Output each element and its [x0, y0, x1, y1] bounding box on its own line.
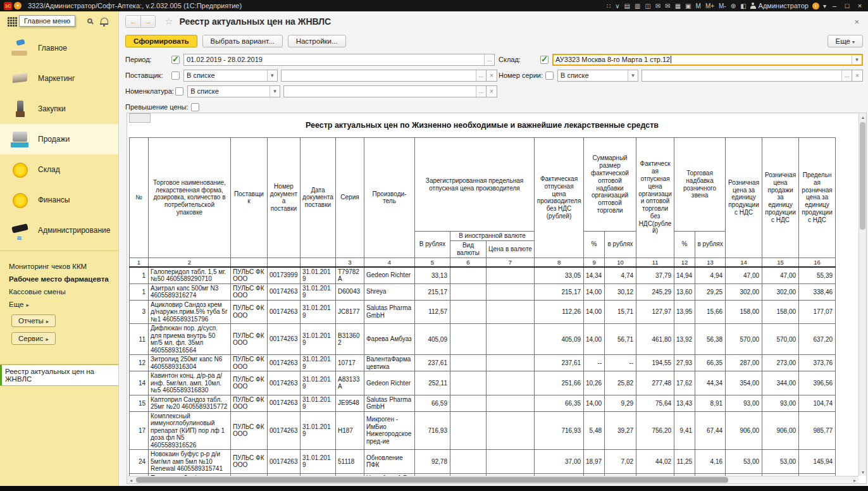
current-user[interactable]: Администратор — [750, 2, 809, 9]
window-title: 3323/Администратор/Софт-Аптека:, v.2.032… — [28, 2, 242, 9]
vertical-scrollbar[interactable]: ▴ ▾ — [859, 113, 866, 476]
dropdown-check-icon[interactable]: ∨ — [615, 3, 619, 9]
scroll-right-icon[interactable]: ▸ — [851, 476, 859, 484]
close-report-button[interactable]: × — [850, 17, 863, 27]
cell: Каптоприл Сандоз табл. 25мг №20 46055893… — [149, 395, 231, 411]
sidebar-item-sklad[interactable]: Склад — [0, 154, 118, 185]
series-clear-button[interactable]: × — [852, 70, 863, 82]
table-row[interactable]: 15Каптоприл Сандоз табл. 25мг №20 460558… — [130, 395, 836, 411]
calendar-icon[interactable]: ▣ — [685, 3, 691, 9]
more-button[interactable]: Еще▾ — [828, 35, 863, 47]
back-button[interactable]: ← — [126, 16, 140, 27]
period-checkbox[interactable] — [171, 56, 180, 64]
memory-plus-icon[interactable]: M+ — [705, 3, 714, 9]
supplier-condition-select[interactable]: В списке ▾ — [183, 70, 278, 82]
sidebar-item-admin[interactable]: Администрирование — [0, 215, 118, 246]
sidebar-item-prodazhi[interactable]: Продажи — [0, 124, 118, 154]
main-menu-icon[interactable] — [8, 17, 16, 26]
sidebar-item-finansy[interactable]: Финансы — [0, 185, 118, 215]
sidebar-item-zakupki[interactable]: Закупки — [0, 94, 118, 124]
cell: 53,00 — [762, 450, 799, 474]
open-report-tab[interactable]: Реестр актуальных цен на ЖНВЛС — [0, 364, 118, 386]
sidebar-button-otchety[interactable]: Отчеты▸ — [11, 314, 56, 327]
notifications-bell-icon[interactable] — [100, 17, 108, 26]
warehouse-combo[interactable]: АУ3323 Москва 8-го Марта 1 стр.12 ▾ — [552, 54, 863, 66]
nomenclature-condition-dropdown-icon[interactable]: ▾ — [270, 86, 280, 97]
info-dropdown-icon[interactable]: ▾ — [823, 3, 826, 9]
memory-icon[interactable]: M — [696, 3, 701, 9]
scroll-down-icon[interactable]: ▾ — [859, 468, 867, 476]
print-icon[interactable]: ▥ — [635, 3, 640, 9]
table-row[interactable]: 24Новокаин буфус р-р д/и 5мг/мл амп 5мл … — [130, 450, 836, 474]
col-header-doc-num: Номер документа поставки — [268, 138, 301, 258]
series-condition-dropdown-icon[interactable]: ▾ — [628, 70, 638, 81]
supplier-clear-button[interactable]: × — [487, 70, 497, 82]
sidebar-link-monitoring-chekov[interactable]: Мониторинг чеков ККМ — [9, 260, 118, 273]
series-value-field[interactable]: ... — [642, 70, 852, 82]
nomenclature-value-field[interactable]: ... — [283, 85, 487, 97]
search-icon[interactable] — [87, 18, 92, 23]
supplier-value-field[interactable]: ... — [281, 70, 487, 82]
horizontal-scrollbar[interactable]: ◂ ▸ — [127, 476, 859, 483]
supplier-ellipsis-button[interactable]: ... — [476, 70, 486, 81]
memory-minus-icon[interactable]: M- — [719, 3, 726, 9]
choose-variant-button[interactable]: Выбрать вариант... — [202, 35, 283, 47]
grid-dots-icon[interactable]: ∷ — [607, 3, 611, 9]
sidebar-link-rabochee-mesto[interactable]: Рабочее место фармацевта — [9, 273, 118, 285]
series-ellipsis-button[interactable]: ... — [841, 70, 852, 81]
table-row[interactable]: 14Кавинтон конц. д/р-ра д/инф. 5мг/мл. а… — [130, 371, 836, 395]
table-row[interactable]: 17Комплексный иммуноглобулиновый препара… — [130, 411, 836, 450]
cell: 00174263 — [268, 355, 301, 371]
table-row[interactable]: 1Галоперидол табл. 1,5 мг. №50 460558929… — [130, 267, 836, 284]
warehouse-checkbox[interactable] — [540, 56, 549, 64]
split-view-icon[interactable]: ◧ — [740, 3, 746, 9]
cell: 66,35 — [535, 395, 584, 411]
period-ellipsis-button[interactable]: ... — [484, 54, 494, 65]
cell: 112,57 — [415, 300, 450, 324]
supplier-checkbox[interactable] — [171, 71, 180, 80]
cell: 9,41 — [674, 411, 695, 450]
print-preview-icon[interactable]: ◫ — [645, 3, 650, 9]
table-row[interactable]: 3Ацикловир Сандоз крем д/наружн.прим.5% … — [130, 300, 836, 324]
sidebar-link-more[interactable]: Еще▸ — [9, 298, 118, 311]
forward-button[interactable]: → — [140, 16, 155, 27]
vertical-scroll-thumb[interactable] — [860, 122, 865, 230]
sheet-viewport[interactable]: Реестр актуальных цен по Жизненно необхо… — [129, 113, 859, 476]
col-header-doc-date: Дата документа поставки — [301, 138, 336, 258]
calculator-icon[interactable]: ▦ — [675, 3, 681, 9]
supplier-condition-dropdown-icon[interactable]: ▾ — [267, 70, 277, 81]
nomenclature-checkbox[interactable] — [175, 87, 183, 96]
table-row[interactable]: 1Азитрал капс 500мг N3 4605589316274ПУЛЬ… — [130, 283, 836, 300]
cell: Новокаин буфус р-р д/и 5мг/мл амп 5мл №1… — [149, 450, 231, 474]
scroll-up-icon[interactable]: ▴ — [859, 113, 867, 121]
nomenclature-clear-button[interactable]: × — [487, 85, 497, 97]
generate-button[interactable]: Сформировать — [125, 35, 197, 47]
period-field[interactable]: 01.02.2019 - 28.02.2019 ... — [183, 54, 495, 66]
zoom-icon[interactable]: ⊕ — [731, 3, 736, 9]
supplier-label: Поставщик: — [125, 71, 171, 79]
price-excess-checkbox[interactable] — [191, 103, 199, 111]
scroll-left-icon[interactable]: ◂ — [127, 476, 135, 484]
sidebar-link-kassovye-smeny[interactable]: Кассовые смены — [9, 285, 118, 298]
mail-send-icon[interactable]: ✉ — [665, 3, 670, 9]
save-icon[interactable]: ▤ — [624, 3, 630, 9]
nomenclature-ellipsis-button[interactable]: ... — [476, 86, 486, 97]
settings-button[interactable]: Настройки... — [288, 35, 346, 47]
info-icon[interactable]: i — [812, 3, 819, 9]
minimize-button[interactable]: – — [830, 2, 839, 9]
sidebar-item-marketing[interactable]: Маркетинг — [0, 63, 118, 94]
sidebar-item-glavnoe[interactable]: Главное — [0, 33, 118, 63]
system-menu-icon[interactable]: ▾ — [14, 2, 22, 9]
mail-receive-icon[interactable]: ✉ — [655, 3, 660, 9]
warehouse-dropdown-icon[interactable]: ▾ — [852, 55, 862, 65]
table-row[interactable]: 11Дифлюкан пор. д/сусп. для приема внутр… — [130, 324, 836, 355]
series-checkbox[interactable] — [545, 71, 554, 80]
nomenclature-condition-select[interactable]: В списке ▾ — [187, 85, 280, 97]
series-condition-select[interactable]: В списке ▾ — [557, 70, 638, 82]
favorite-star-icon[interactable]: ☆ — [164, 16, 173, 27]
table-row[interactable]: 12Зитролид 250мг капс N6 4605589316304ПУ… — [130, 355, 836, 371]
horizontal-scroll-thumb[interactable] — [136, 477, 728, 483]
restore-button[interactable]: □ — [843, 2, 852, 9]
sidebar-button-servis[interactable]: Сервис▸ — [11, 332, 56, 345]
close-window-button[interactable]: × — [855, 2, 864, 9]
